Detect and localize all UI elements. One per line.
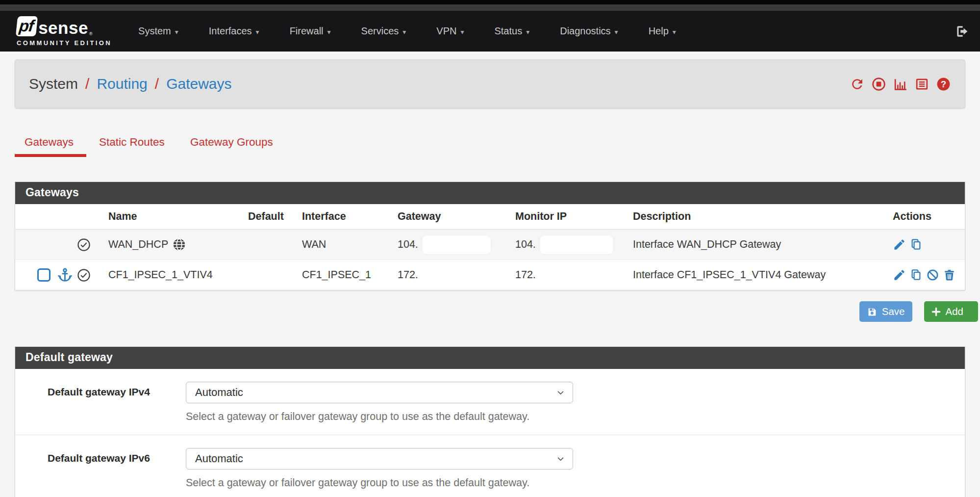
caret-down-icon: ▾ xyxy=(256,28,259,36)
redacted-value xyxy=(422,235,491,254)
col-description: Description xyxy=(633,204,888,230)
gateway-row-cf1-ipsec: CF1_IPSEC_1_VTIV4 CF1_IPSEC_1 172. 172. … xyxy=(15,260,965,290)
caret-down-icon: ▾ xyxy=(175,28,178,36)
default-gateway-panel: Default gateway Default gateway IPv4 Aut… xyxy=(15,346,965,497)
logo-registered-mark: ® xyxy=(89,31,93,36)
breadcrumb-system: System xyxy=(29,76,78,92)
window-title-strip xyxy=(0,4,980,11)
caret-down-icon: ▾ xyxy=(327,28,331,36)
save-button-label: Save xyxy=(882,306,905,317)
monitor-ip-cell: 104. xyxy=(515,230,633,260)
interface-cell: WAN xyxy=(302,230,398,260)
default-gateway-panel-title: Default gateway xyxy=(15,347,965,369)
tab-gateways[interactable]: Gateways xyxy=(15,136,86,157)
default-gateway-ipv4-select[interactable]: Automatic xyxy=(186,382,573,403)
top-navbar: pf sense ® COMMUNITY EDITION System▾ Int… xyxy=(0,11,980,52)
ban-icon[interactable] xyxy=(926,268,939,282)
default-gateway-ipv4-row: Default gateway IPv4 Automatic Select a … xyxy=(15,369,965,435)
name-cell: CF1_IPSEC_1_VTIV4 xyxy=(108,260,248,290)
row-checkbox[interactable] xyxy=(37,268,50,282)
nav-item-vpn[interactable]: VPN▾ xyxy=(436,26,464,37)
sign-out-icon xyxy=(955,24,970,39)
name-cell: WAN_DHCP xyxy=(108,230,248,260)
window-top-strip xyxy=(0,0,980,4)
gateways-table: Name Default Interface Gateway Monitor I… xyxy=(15,204,965,290)
description-cell: Interface WAN_DHCP Gateway xyxy=(633,230,888,260)
edit-icon[interactable] xyxy=(893,238,906,251)
default-gateway-ipv6-select[interactable]: Automatic xyxy=(186,448,573,470)
status-cell xyxy=(76,230,108,260)
drag-cell xyxy=(15,230,76,260)
anchor-icon[interactable] xyxy=(57,267,73,283)
breadcrumb-routing-link[interactable]: Routing xyxy=(97,76,147,92)
default-gateway-ipv4-label: Default gateway IPv4 xyxy=(48,382,186,423)
default-gateway-ipv4-help: Select a gateway or failover gateway gro… xyxy=(186,411,573,423)
col-gateway: Gateway xyxy=(398,204,515,230)
chevron-down-icon xyxy=(556,389,565,397)
default-cell xyxy=(248,230,302,260)
page-action-icons: ? xyxy=(850,77,951,92)
plus-icon xyxy=(931,307,941,316)
nav-item-interfaces[interactable]: Interfaces▾ xyxy=(209,26,259,37)
refresh-icon[interactable] xyxy=(850,77,865,92)
trash-icon[interactable] xyxy=(943,268,956,282)
log-icon[interactable] xyxy=(914,77,930,92)
logout-button[interactable] xyxy=(955,24,970,39)
gateway-ip: 104. xyxy=(398,238,418,250)
interface-cell: CF1_IPSEC_1 xyxy=(302,260,398,290)
selected-value: Automatic xyxy=(195,452,243,465)
col-default: Default xyxy=(248,204,302,230)
drag-cell xyxy=(15,260,76,290)
stop-circle-icon[interactable] xyxy=(871,77,886,92)
monitor-ip-cell: 172. xyxy=(515,260,633,290)
add-button[interactable]: Add xyxy=(924,301,978,322)
selected-value: Automatic xyxy=(195,386,243,399)
nav-item-firewall[interactable]: Firewall▾ xyxy=(290,26,331,37)
caret-down-icon: ▾ xyxy=(460,28,464,36)
caret-down-icon: ▾ xyxy=(615,28,618,36)
breadcrumb: System / Routing / Gateways xyxy=(29,76,232,92)
col-name: Name xyxy=(108,204,248,230)
actions-cell xyxy=(888,260,965,290)
save-floppy-icon xyxy=(867,307,877,317)
save-button[interactable]: Save xyxy=(859,301,912,322)
chart-bar-icon[interactable] xyxy=(893,77,908,92)
gateways-panel: Gateways Name Default Interface Gateway … xyxy=(15,182,965,290)
logo-sense: sense xyxy=(38,19,88,36)
col-status xyxy=(76,204,108,230)
actions-cell xyxy=(888,230,965,260)
default-gateway-ipv6-label: Default gateway IPv6 xyxy=(48,448,186,489)
nav-item-diagnostics[interactable]: Diagnostics▾ xyxy=(560,26,618,37)
check-circle-icon xyxy=(76,268,91,283)
col-monitor-ip: Monitor IP xyxy=(515,204,633,230)
monitor-ip: 104. xyxy=(515,238,536,250)
tab-gateway-groups[interactable]: Gateway Groups xyxy=(177,136,286,157)
nav-item-services[interactable]: Services▾ xyxy=(361,26,406,37)
help-circle-icon[interactable]: ? xyxy=(936,77,951,92)
svg-text:?: ? xyxy=(941,78,946,89)
copy-icon[interactable] xyxy=(909,268,923,282)
nav-item-help[interactable]: Help▾ xyxy=(649,26,676,37)
routing-tabs: Gateways Static Routes Gateway Groups xyxy=(15,136,965,157)
logo-edition: COMMUNITY EDITION xyxy=(17,39,112,47)
pfsense-logo[interactable]: pf sense ® COMMUNITY EDITION xyxy=(17,16,112,47)
nav-item-status[interactable]: Status▾ xyxy=(494,26,529,37)
gateway-row-wan-dhcp: WAN_DHCP WAN xyxy=(15,230,965,260)
breadcrumb-bar: System / Routing / Gateways xyxy=(15,59,965,108)
breadcrumb-separator: / xyxy=(155,76,159,92)
tab-static-routes[interactable]: Static Routes xyxy=(86,136,177,157)
default-gateway-ipv6-help: Select a gateway or failover gateway gro… xyxy=(186,477,573,489)
logo-pf: pf xyxy=(16,16,38,36)
copy-icon[interactable] xyxy=(909,238,923,251)
gateway-cell: 172. xyxy=(398,260,515,290)
actions-bar: Save Add xyxy=(15,301,965,322)
breadcrumb-gateways-link[interactable]: Gateways xyxy=(166,76,231,92)
check-circle-icon xyxy=(76,237,91,252)
breadcrumb-separator: / xyxy=(85,76,89,92)
edit-icon[interactable] xyxy=(893,268,906,282)
table-header-row: Name Default Interface Gateway Monitor I… xyxy=(15,204,965,230)
gateways-panel-title: Gateways xyxy=(15,182,965,204)
description-cell: Interface CF1_IPSEC_1_VTIV4 Gateway xyxy=(633,260,888,290)
default-cell xyxy=(248,260,302,290)
nav-item-system[interactable]: System▾ xyxy=(138,26,178,37)
